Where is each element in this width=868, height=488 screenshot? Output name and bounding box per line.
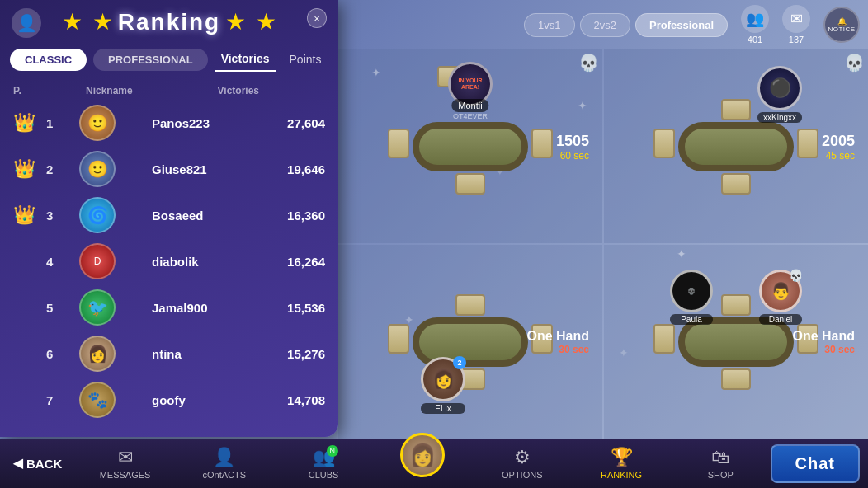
messages-icon-item[interactable]: ✉ 137 bbox=[782, 5, 810, 45]
nav-contacts[interactable]: 👤 cOntACTS bbox=[196, 447, 253, 480]
chair-left-3 bbox=[388, 324, 409, 354]
messages-nav-icon: ✉ bbox=[118, 447, 133, 468]
medal-6: - bbox=[13, 349, 46, 359]
rank-table: P. Nickname Victories 👑 1 🙂 Panos223 27,… bbox=[0, 75, 338, 429]
name-kingxx: xxKingxx bbox=[757, 112, 802, 123]
score-time-4: 30 sec bbox=[792, 344, 855, 355]
notice-button[interactable]: 🔔 NOTICE bbox=[823, 7, 860, 43]
tab-classic[interactable]: CLASSIC bbox=[10, 49, 87, 71]
chat-button[interactable]: Chat bbox=[771, 444, 860, 483]
score-info-4: One Hand 30 sec bbox=[792, 329, 855, 355]
mode-label-4: One Hand bbox=[792, 329, 855, 344]
chair-right-2 bbox=[797, 129, 818, 158]
star-right2-icon: ★ bbox=[256, 8, 276, 35]
medal-1: 👑 bbox=[13, 112, 46, 134]
name-daniel: Daniel bbox=[759, 314, 802, 325]
rank-name-6: ntina bbox=[145, 347, 259, 361]
game-area: IN YOURAREA! Montii OT4EVER 💀 1505 60 se… bbox=[338, 49, 868, 439]
score-time-1: 60 sec bbox=[556, 149, 589, 161]
header-rank bbox=[46, 85, 79, 96]
player-info-1: Montii OT4EVER bbox=[451, 99, 488, 120]
shop-nav-icon: 🛍 bbox=[711, 447, 729, 468]
tab-professional[interactable]: Professional bbox=[635, 13, 728, 37]
chair-top-3 bbox=[455, 294, 485, 316]
player-name-1: Montii bbox=[451, 99, 488, 112]
ranking-title-bar: 👤 ★ ★ Ranking ★ ★ × bbox=[0, 0, 338, 44]
header-victories: Victories bbox=[145, 85, 259, 96]
in-your-area-text: IN YOURAREA! bbox=[458, 77, 482, 92]
nav-profile[interactable]: 👩 bbox=[394, 449, 451, 477]
tab-points[interactable]: Points bbox=[283, 48, 328, 71]
tab-2vs2[interactable]: 2vs2 bbox=[580, 13, 630, 37]
back-button[interactable]: ◀ BACK bbox=[0, 456, 75, 471]
options-nav-label: OPTIONS bbox=[502, 470, 543, 480]
rank-score-3: 16,360 bbox=[259, 209, 325, 223]
notice-bell-icon: 🔔 bbox=[837, 17, 847, 26]
chair-top-4 bbox=[721, 294, 751, 316]
ranking-nav-icon: 🏆 bbox=[611, 447, 633, 468]
medal-2: 👑 bbox=[13, 158, 46, 180]
table-row[interactable]: - 6 👩 ntina 15,276 bbox=[0, 331, 338, 377]
player-sub-1: OT4EVER bbox=[451, 112, 488, 120]
friends-icon-item[interactable]: 👥 401 bbox=[741, 5, 769, 45]
table-row[interactable]: - 5 🐦 Jamal900 15,536 bbox=[0, 284, 338, 331]
nav-shop[interactable]: 🛍 SHOP bbox=[691, 447, 749, 480]
rank-num-4: 4 bbox=[46, 255, 79, 269]
messages-count: 137 bbox=[789, 35, 804, 45]
tab-professional-panel[interactable]: PROFESSIONAL bbox=[93, 49, 208, 71]
rank-name-5: Jamal900 bbox=[145, 301, 259, 315]
nav-clubs[interactable]: 👥 N CLUBS bbox=[295, 447, 352, 480]
rank-name-3: Bosaeed bbox=[145, 209, 259, 223]
back-label: BACK bbox=[26, 457, 62, 471]
chair-bottom-2 bbox=[721, 173, 751, 195]
chair-right-1 bbox=[531, 129, 553, 158]
avatar-4: D bbox=[79, 243, 116, 279]
player-token-2[interactable]: ⚫ xxKingxx bbox=[757, 66, 802, 123]
game-cell-3[interactable]: 👩 2 ELix One Hand 30 sec bbox=[338, 245, 602, 439]
avatar-daniel: 👨 💀 bbox=[759, 270, 802, 312]
nav-messages[interactable]: ✉ MESSAGES bbox=[97, 447, 154, 480]
back-arrow-icon: ◀ bbox=[13, 456, 23, 471]
rank-num-3: 3 bbox=[46, 209, 79, 223]
game-cell-1[interactable]: IN YOURAREA! Montii OT4EVER 💀 1505 60 se… bbox=[338, 49, 602, 243]
rank-num-2: 2 bbox=[46, 162, 79, 176]
game-table-1 bbox=[413, 122, 528, 171]
avatar-kingxx: ⚫ bbox=[757, 66, 802, 110]
friends-icon: 👥 bbox=[741, 5, 769, 33]
tab-victories[interactable]: Victories bbox=[215, 47, 276, 72]
rank-score-7: 14,708 bbox=[259, 393, 325, 407]
table-surface-1 bbox=[413, 122, 528, 171]
close-button[interactable]: × bbox=[307, 8, 327, 28]
user-avatar-top[interactable]: 👤 bbox=[12, 8, 41, 38]
table-row[interactable]: - 4 D diabolik 16,264 bbox=[0, 238, 338, 284]
table-row[interactable]: 👑 3 🌀 Bosaeed 16,360 bbox=[0, 192, 338, 238]
game-cell-4[interactable]: 💀 Paula 👨 💀 Daniel One Hand 30 sec bbox=[604, 245, 868, 439]
contacts-nav-icon: 👤 bbox=[213, 447, 235, 468]
table-row[interactable]: - 7 🐾 goofy 14,708 bbox=[0, 377, 338, 423]
nav-ranking[interactable]: 🏆 RANKING bbox=[592, 447, 650, 480]
panel-tabs: CLASSIC PROFESSIONAL Victories Points bbox=[0, 44, 338, 75]
options-nav-icon: ⚙ bbox=[514, 447, 531, 468]
tab-1vs1[interactable]: 1vs1 bbox=[524, 13, 574, 37]
player-token-3[interactable]: 👩 2 ELix bbox=[421, 357, 465, 414]
rank-num-1: 1 bbox=[46, 116, 79, 130]
table-row[interactable]: 👑 1 🙂 Panos223 27,604 bbox=[0, 100, 338, 146]
star-left2-icon: ★ bbox=[92, 8, 113, 35]
game-cell-2[interactable]: ⚫ xxKingxx 💀 2005 45 sec bbox=[604, 49, 868, 243]
game-mode-tabs: 1vs1 2vs2 Professional bbox=[524, 13, 728, 37]
chair-left-1 bbox=[388, 129, 409, 158]
name-elix: ELix bbox=[421, 403, 465, 414]
table-row[interactable]: 👑 2 🙂 Giuse821 19,646 bbox=[0, 146, 338, 192]
avatar-1: 🙂 bbox=[79, 105, 116, 141]
rank-score-4: 16,264 bbox=[259, 255, 325, 269]
score-info-1: 1505 60 sec bbox=[556, 132, 589, 161]
player-token-daniel[interactable]: 👨 💀 Daniel bbox=[759, 270, 802, 325]
player-token-paula[interactable]: 💀 Paula bbox=[670, 270, 713, 325]
score-value-1: 1505 bbox=[556, 132, 589, 149]
nav-options[interactable]: ⚙ OPTIONS bbox=[493, 447, 551, 480]
rank-score-2: 19,646 bbox=[259, 162, 325, 176]
avatar-6: 👩 bbox=[79, 336, 116, 372]
avatar-5: 🐦 bbox=[79, 289, 116, 326]
clubs-badge: N bbox=[327, 445, 338, 457]
score-time-2: 45 sec bbox=[822, 149, 855, 161]
